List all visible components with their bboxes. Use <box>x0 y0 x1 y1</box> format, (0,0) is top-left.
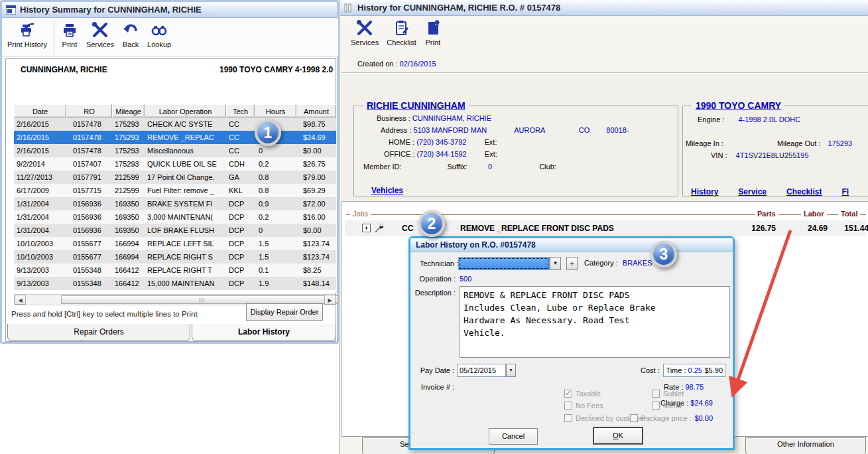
column-header[interactable]: RO <box>66 104 112 117</box>
job-description: REMOVE _REPLACE FRONT DISC PADS <box>460 224 614 233</box>
table-row[interactable]: 2/16/20150157478175293MiscellaneousCC0$0… <box>14 144 336 157</box>
table-cell: 0.8 <box>255 184 296 197</box>
callout-badge-3: 3 <box>651 241 677 267</box>
back-button[interactable]: Back <box>118 19 143 51</box>
table-cell: 0.8 <box>255 171 296 184</box>
column-header[interactable]: Labor Operation <box>145 104 226 117</box>
right-window-titlebar[interactable]: History for CUNNINGHAM, RICHIE R.O. # 01… <box>340 0 868 16</box>
column-header[interactable]: Hours <box>255 104 296 117</box>
tab-labor-history[interactable]: Labor History <box>192 324 336 341</box>
vehicle-legend[interactable]: 1990 TOYO CAMRY <box>692 100 784 111</box>
table-cell: 0157478 <box>66 117 112 131</box>
vehicle-links-row: History Service Checklist Fl <box>691 187 849 196</box>
column-header[interactable]: Mileage <box>112 104 145 117</box>
services-button[interactable]: Services <box>347 17 383 49</box>
tab-repair-orders[interactable]: Repair Orders <box>7 324 190 341</box>
services-button[interactable]: Services <box>82 19 118 51</box>
print-history-icon <box>19 21 36 38</box>
table-row[interactable]: 9/13/20030155348166412REPLACE RIGHT TDCP… <box>14 264 336 277</box>
package-price-row[interactable]: Package price : $0.00 <box>630 414 713 422</box>
history-table-header: DateROMileageLabor OperationTechHoursAmo… <box>14 104 336 117</box>
menu-checkbox-row[interactable]: Menu <box>652 402 682 410</box>
table-cell: 166994 <box>112 250 145 264</box>
ok-button[interactable]: OK <box>593 427 643 444</box>
left-window-titlebar[interactable]: History Summary for CUNNINGHAM, RICHIE <box>2 2 337 18</box>
taxable-checkbox[interactable] <box>564 390 572 398</box>
taxable-checkbox-row[interactable]: Taxable <box>564 390 601 398</box>
history-link[interactable]: History <box>691 187 718 196</box>
package-price-checkbox[interactable] <box>630 414 638 422</box>
table-cell: QUICK LUBE OIL SE <box>145 157 226 171</box>
pay-date-dropdown-arrow[interactable]: ▾ <box>506 364 516 377</box>
history-summary-content: CUNNINGHAM, RICHIE 1990 TOYO CAMRY 4-199… <box>5 58 336 342</box>
table-row[interactable]: 1/31/20040156936169350BRAKE SYSTEM FlDCP… <box>14 197 336 210</box>
table-row[interactable]: 6/17/20090157715212599Fuel Filter: remov… <box>14 184 336 197</box>
labor-history-dialog: Labor History on R.O. #0157478 Technicia… <box>408 236 735 450</box>
sublet-checkbox[interactable] <box>652 390 660 398</box>
fleet-link[interactable]: Fl <box>841 187 849 196</box>
table-cell: 166412 <box>112 264 145 277</box>
vin-value: 4T1SV21E8LU255195 <box>736 151 809 159</box>
table-row[interactable]: 1/31/20040156936169350LOF BRAKE FLUSHDCP… <box>14 224 336 237</box>
column-header[interactable]: Tech <box>226 104 255 117</box>
table-cell: 0.9 <box>255 197 296 210</box>
scroll-right-arrow[interactable]: ▶ <box>324 295 336 305</box>
expand-job-icon[interactable]: + <box>362 224 371 232</box>
cancel-button[interactable]: Cancel <box>489 428 538 445</box>
table-cell: 1.9 <box>255 277 296 290</box>
operation-label: Operation : <box>403 275 456 283</box>
checklist-link[interactable]: Checklist <box>786 187 822 196</box>
table-row[interactable]: 1/31/200401569361693503,000 MAINTENAN(DC… <box>14 210 336 224</box>
table-row[interactable]: 9/2/20140157407175293QUICK LUBE OIL SECD… <box>14 157 336 171</box>
no-fees-checkbox[interactable] <box>564 402 572 410</box>
table-cell: 3,000 MAINTENAN( <box>145 210 226 224</box>
table-cell: $69.29 <box>296 184 336 197</box>
table-row[interactable]: 10/10/20030155677166994REPLACE RIGHT SDC… <box>14 250 336 264</box>
table-row[interactable]: 9/13/2003015534816641215,000 MAINTENANDC… <box>14 277 336 290</box>
description-textarea[interactable]: REMOVE & REPLACE FRONT DISC PADS Include… <box>460 286 730 358</box>
column-header[interactable]: Amount <box>296 104 336 117</box>
created-on-value: 02/16/2015 <box>400 60 436 68</box>
table-cell: CDH <box>226 157 255 171</box>
table-row[interactable]: 10/10/20030155677166994REPLACE LEFT SILD… <box>14 237 336 250</box>
column-header[interactable]: Date <box>14 104 66 117</box>
service-link[interactable]: Service <box>738 187 767 196</box>
scroll-left-arrow[interactable]: ◀ <box>15 295 26 305</box>
toolbar-separator <box>54 20 54 55</box>
package-price-value: $0.00 <box>694 414 713 422</box>
lookup-button[interactable]: Lookup <box>143 19 175 51</box>
pay-date-input[interactable]: 05/12/2015 <box>457 364 506 377</box>
table-row[interactable]: 11/27/2013015779121259917 Point Oil Chan… <box>14 171 336 184</box>
tab-other-information[interactable]: Other Information <box>745 437 866 454</box>
window-form-icon <box>6 5 16 15</box>
add-technician-button[interactable]: + <box>566 257 578 270</box>
table-cell: DCP <box>226 250 255 264</box>
technician-dropdown[interactable] <box>458 257 550 270</box>
no-fees-checkbox-row[interactable]: No Fees <box>564 402 603 410</box>
vehicles-link[interactable]: Vehicles <box>371 186 403 195</box>
table-cell: 169350 <box>112 210 145 224</box>
table-cell: CC <box>226 117 255 131</box>
customer-legend[interactable]: RICHIE CUNNINGHAM <box>363 100 469 111</box>
technician-dropdown-arrow[interactable]: ▼ <box>550 257 561 270</box>
display-repair-order-button[interactable]: Display Repair Order <box>246 303 323 321</box>
print-history-button[interactable]: Print History <box>3 19 51 51</box>
table-cell: $8.25 <box>296 264 336 277</box>
table-row[interactable]: 2/16/20150157478175293REMOVE _REPLACCC$2… <box>14 131 336 144</box>
print-button[interactable]: Print <box>420 17 446 49</box>
table-cell: 175293 <box>112 144 145 157</box>
business-label: Business : <box>377 114 410 122</box>
table-cell: DCP <box>226 237 255 250</box>
member-row: Member ID: Suffix: 0 Club: <box>363 163 556 171</box>
table-row[interactable]: 2/16/20150157478175293CHECK A/C SYSTECC$… <box>14 117 336 131</box>
address-state: CO <box>579 126 590 134</box>
suffix-label: Suffix: <box>448 163 467 171</box>
declined-checkbox[interactable] <box>564 414 572 422</box>
sublet-checkbox-row[interactable]: Sublet <box>652 390 684 398</box>
print-button[interactable]: Print <box>57 19 82 51</box>
job-total-value: 151.44 <box>837 224 868 233</box>
menu-checkbox[interactable] <box>652 402 660 410</box>
dialog-titlebar[interactable]: Labor History on R.O. #0157478 <box>410 238 733 252</box>
checklist-button[interactable]: Checklist <box>383 17 420 49</box>
engine-label: Engine : <box>698 115 724 123</box>
